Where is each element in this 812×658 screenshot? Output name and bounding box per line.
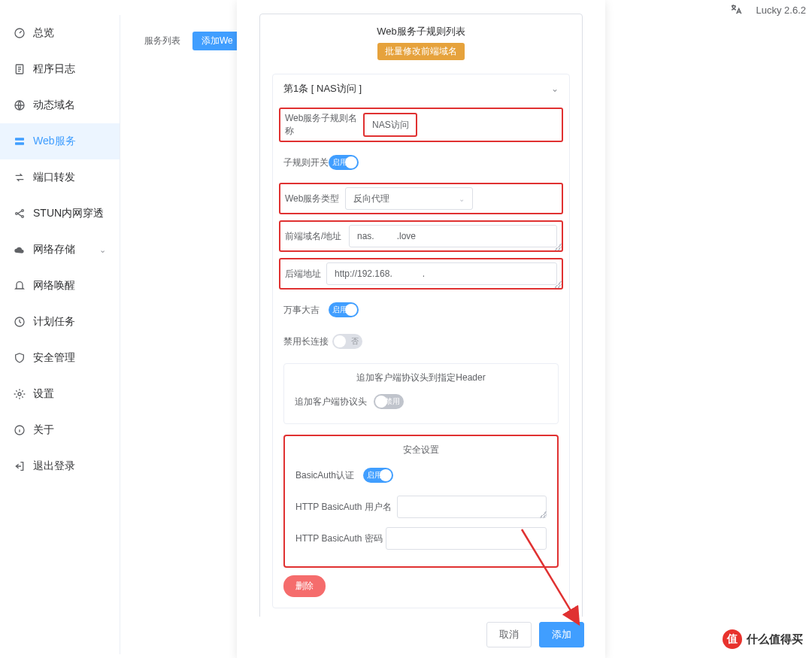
long-conn-toggle[interactable]: 否 bbox=[332, 334, 362, 349]
header-append-toggle[interactable]: 禁用 bbox=[374, 394, 404, 409]
wanshi-toggle[interactable]: 启用 bbox=[329, 302, 359, 317]
translate-icon[interactable] bbox=[729, 3, 743, 17]
tabs-bar: 服务列表 添加We bbox=[135, 32, 242, 50]
version-label: Lucky 2.6.2 bbox=[756, 5, 807, 16]
batch-edit-button[interactable]: 批量修改前端域名 bbox=[377, 43, 465, 60]
collapse-header[interactable]: 第1条 [ NAS访问 ] ⌄ bbox=[273, 74, 569, 103]
row-basic-pass: HTTP BasicAuth 密码 bbox=[295, 527, 547, 550]
svg-rect-3 bbox=[15, 138, 24, 140]
sidebar-item-label: 关于 bbox=[33, 423, 54, 437]
resize-handle-icon[interactable] bbox=[539, 511, 547, 518]
sidebar-item-label: 安全管理 bbox=[33, 351, 75, 365]
service-type-select[interactable]: 反向代理 ⌄ bbox=[345, 187, 473, 210]
sidebar-item-overview[interactable]: 总览 bbox=[0, 15, 120, 51]
frontend-input[interactable] bbox=[349, 225, 557, 247]
modal-title: Web服务子规则列表 bbox=[260, 25, 582, 38]
svg-rect-4 bbox=[15, 142, 24, 144]
sidebar-item-web[interactable]: Web服务 bbox=[0, 123, 120, 159]
service-type-value: 反向代理 bbox=[353, 193, 389, 205]
row-service-type: Web服务类型 反向代理 ⌄ bbox=[279, 183, 563, 214]
watermark: 值 什么值得买 bbox=[723, 629, 803, 649]
watermark-badge: 值 bbox=[723, 629, 742, 649]
svg-point-9 bbox=[18, 393, 21, 396]
sidebar-item-ddns[interactable]: 动态域名 bbox=[0, 87, 120, 123]
basic-user-input[interactable] bbox=[397, 496, 547, 518]
row-header-append: 追加客户端协议头 禁用 bbox=[295, 390, 547, 413]
watermark-text: 什么值得买 bbox=[747, 632, 803, 647]
sidebar-item-security[interactable]: 安全管理 bbox=[0, 340, 120, 376]
svg-point-6 bbox=[22, 210, 24, 212]
sidebar-item-label: 设置 bbox=[33, 387, 54, 401]
wanshi-label: 万事大吉 bbox=[283, 304, 329, 317]
sidebar-item-label: 计划任务 bbox=[33, 315, 75, 329]
basic-auth-label: BasicAuth认证 bbox=[295, 469, 363, 482]
clock-icon bbox=[14, 316, 26, 328]
row-wanshi: 万事大吉 启用 bbox=[283, 299, 559, 321]
topbar: Lucky 2.6.2 bbox=[729, 3, 807, 17]
svg-point-5 bbox=[16, 213, 18, 215]
delete-button[interactable]: 删除 bbox=[283, 575, 326, 597]
backend-label: 后端地址 bbox=[285, 268, 326, 280]
basic-pass-input[interactable] bbox=[386, 527, 547, 550]
sidebar-item-storage[interactable]: 网络存储 ⌄ bbox=[0, 232, 120, 268]
sidebar-item-about[interactable]: 关于 bbox=[0, 412, 120, 448]
sidebar-item-logs[interactable]: 程序日志 bbox=[0, 51, 120, 87]
row-backend: 后端地址 bbox=[279, 258, 563, 290]
tab-add-web[interactable]: 添加We bbox=[192, 32, 242, 50]
cancel-button[interactable]: 取消 bbox=[486, 622, 532, 647]
rule-name-input[interactable] bbox=[364, 114, 417, 136]
gauge-icon bbox=[14, 27, 26, 39]
sidebar-item-wake[interactable]: 网络唤醒 bbox=[0, 268, 120, 304]
cloud-icon bbox=[14, 244, 26, 256]
modal-footer: 取消 添加 bbox=[486, 622, 584, 647]
modal-dialog: Web服务子规则列表 批量修改前端域名 第1条 [ NAS访问 ] ⌄ Web服… bbox=[237, 0, 605, 658]
rules-panel: Web服务子规则列表 批量修改前端域名 第1条 [ NAS访问 ] ⌄ Web服… bbox=[259, 14, 583, 617]
sidebar-item-label: Web服务 bbox=[33, 135, 76, 148]
frontend-label: 前端域名/地址 bbox=[285, 230, 349, 243]
info-icon bbox=[14, 424, 26, 436]
sub-switch-label: 子规则开关 bbox=[283, 156, 329, 169]
bell-icon bbox=[14, 280, 26, 292]
collapse-body: Web服务子规则名称 子规则开关 启用 Web服务类型 反向代理 ⌄ bbox=[273, 103, 569, 608]
sidebar-item-cron[interactable]: 计划任务 bbox=[0, 304, 120, 340]
security-panel: 安全设置 BasicAuth认证 启用 HTTP BasicAuth 用户名 H… bbox=[283, 435, 559, 568]
header-append-panel: 追加客户端协议头到指定Header 追加客户端协议头 禁用 bbox=[283, 363, 559, 424]
sidebar-item-stun[interactable]: STUN内网穿透 bbox=[0, 196, 120, 232]
sidebar-item-label: 网络存储 bbox=[33, 243, 75, 256]
sidebar-item-label: 网络唤醒 bbox=[33, 279, 75, 293]
resize-handle-icon[interactable] bbox=[554, 243, 562, 250]
security-title: 安全设置 bbox=[295, 444, 547, 456]
long-conn-label: 禁用长连接 bbox=[283, 335, 332, 348]
arrows-icon bbox=[14, 171, 26, 183]
document-icon bbox=[14, 63, 26, 75]
header-append-label: 追加客户端协议头 bbox=[295, 396, 374, 408]
service-type-label: Web服务类型 bbox=[285, 193, 345, 205]
server-icon bbox=[14, 135, 26, 147]
sidebar-item-label: 程序日志 bbox=[33, 62, 75, 76]
basic-pass-label: HTTP BasicAuth 密码 bbox=[295, 532, 386, 545]
sidebar-item-label: 动态域名 bbox=[33, 99, 75, 112]
chevron-down-icon: ⌄ bbox=[99, 245, 106, 255]
collapse-panel: 第1条 [ NAS访问 ] ⌄ Web服务子规则名称 子规则开关 启用 Web服 bbox=[272, 74, 570, 608]
modal-body: Web服务子规则列表 批量修改前端域名 第1条 [ NAS访问 ] ⌄ Web服… bbox=[237, 0, 605, 617]
row-long-conn: 禁用长连接 否 bbox=[283, 330, 559, 353]
sidebar-item-logout[interactable]: 退出登录 bbox=[0, 448, 120, 484]
tab-service-list[interactable]: 服务列表 bbox=[135, 32, 189, 50]
basic-user-label: HTTP BasicAuth 用户名 bbox=[295, 501, 397, 514]
sidebar-item-settings[interactable]: 设置 bbox=[0, 376, 120, 412]
sub-switch-toggle[interactable]: 启用 bbox=[329, 155, 359, 170]
backend-input[interactable] bbox=[326, 262, 557, 285]
row-frontend: 前端域名/地址 bbox=[279, 220, 563, 252]
add-button[interactable]: 添加 bbox=[539, 622, 584, 647]
sidebar-item-label: STUN内网穿透 bbox=[33, 207, 104, 220]
sidebar-item-port[interactable]: 端口转发 bbox=[0, 159, 120, 196]
resize-handle-icon[interactable] bbox=[554, 280, 562, 288]
collapse-title: 第1条 [ NAS访问 ] bbox=[283, 82, 362, 96]
globe-icon bbox=[14, 99, 26, 111]
sidebar-item-label: 端口转发 bbox=[33, 171, 75, 184]
rule-name-label: Web服务子规则名称 bbox=[285, 112, 364, 138]
shield-icon bbox=[14, 352, 26, 364]
sidebar-item-label: 总览 bbox=[33, 26, 54, 40]
row-sub-switch: 子规则开关 启用 bbox=[283, 151, 559, 174]
basic-auth-toggle[interactable]: 启用 bbox=[363, 468, 393, 483]
